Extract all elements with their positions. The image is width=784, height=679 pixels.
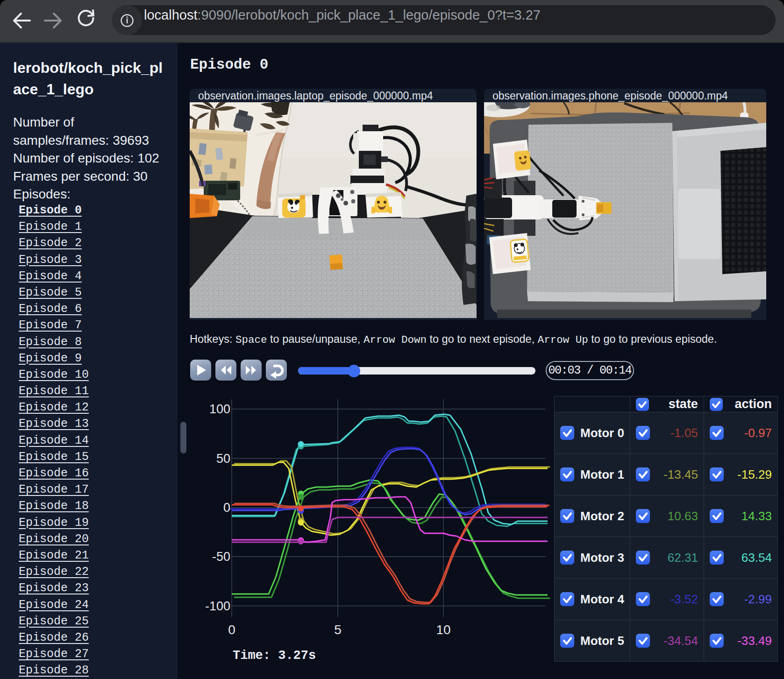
svg-text:-100: -100: [205, 599, 230, 613]
svg-text:5: 5: [334, 622, 342, 637]
svg-text:10: 10: [436, 622, 450, 637]
svg-text:0: 0: [228, 622, 235, 637]
svg-text:-50: -50: [212, 550, 230, 564]
svg-text:0: 0: [223, 501, 230, 515]
svg-text:100: 100: [209, 402, 230, 416]
svg-text:50: 50: [216, 452, 230, 466]
